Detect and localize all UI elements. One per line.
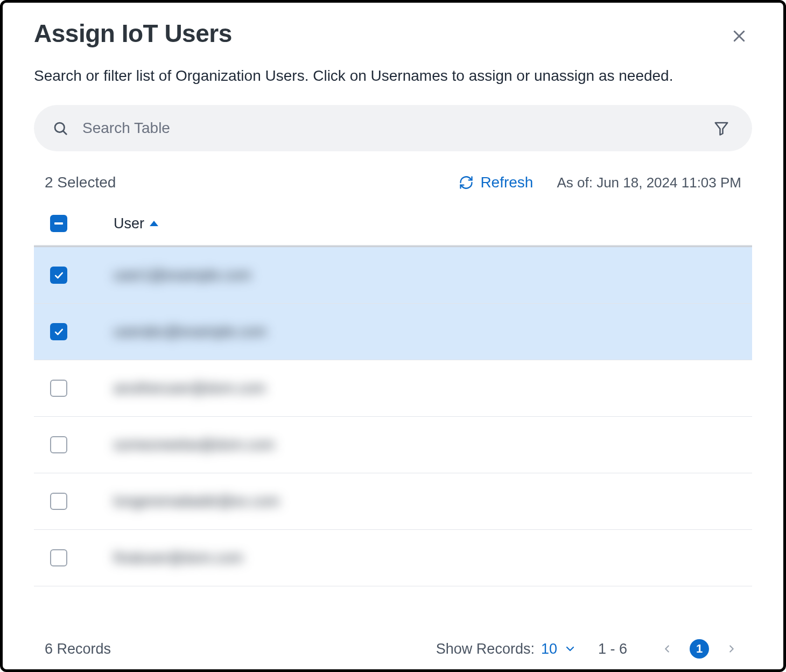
table-footer: 6 Records Show Records: 10 1 - 6 1 [34,623,752,669]
refresh-icon [459,175,474,190]
as-of-timestamp: As of: Jun 18, 2024 11:03 PM [557,174,741,191]
table-row[interactable]: userabc@example.com [34,304,752,360]
modal-title: Assign IoT Users [34,19,232,48]
table-row[interactable]: user1@example.com [34,247,752,304]
chevron-down-icon [564,642,577,655]
sort-asc-icon [150,221,158,226]
column-header-user[interactable]: User [114,215,158,232]
user-cell: anotheruser@dom.com [114,380,266,397]
close-button[interactable] [726,23,752,49]
column-header-user-label: User [114,215,144,232]
svg-marker-4 [715,123,728,135]
row-checkbox[interactable] [50,380,67,397]
row-checkbox[interactable] [50,267,67,284]
pagination: 1 [657,639,741,659]
user-cell: longeremailaddr@ex.com [114,493,279,510]
row-checkbox[interactable] [50,493,67,510]
chevron-right-icon [726,643,738,655]
table-body: user1@example.comuserabc@example.comanot… [34,247,752,586]
page-range: 1 - 6 [598,641,627,657]
user-cell: finaluser@dom.com [114,550,243,566]
search-icon [52,120,68,136]
user-cell: userabc@example.com [114,324,266,340]
user-cell: user1@example.com [114,267,251,284]
modal-subtitle: Search or filter list of Organization Us… [34,67,752,85]
current-page-number: 1 [696,642,703,656]
chevron-left-icon [661,643,673,655]
row-checkbox[interactable] [50,436,67,453]
show-records-value: 10 [541,641,557,657]
row-checkbox[interactable] [50,323,67,340]
show-records-select[interactable]: 10 [541,641,557,657]
search-input[interactable] [82,120,713,137]
current-page-badge[interactable]: 1 [690,639,709,659]
select-all-checkbox[interactable] [50,215,67,232]
selected-count: 2 Selected [45,174,116,191]
user-cell: someoneelse@dom.com [114,437,275,453]
next-page-button[interactable] [722,639,741,659]
filter-button[interactable] [713,120,729,136]
refresh-label: Refresh [480,174,533,191]
close-icon [731,28,747,44]
prev-page-button[interactable] [657,639,677,659]
table-header-row: User [34,215,752,246]
search-bar [34,105,752,151]
table-row[interactable]: longeremailaddr@ex.com [34,473,752,530]
filter-icon [713,120,729,136]
records-count: 6 Records [45,641,111,657]
svg-line-3 [63,131,66,134]
show-records-label: Show Records: [436,641,535,657]
table-row[interactable]: anotheruser@dom.com [34,360,752,417]
table-row[interactable]: finaluser@dom.com [34,530,752,586]
assign-users-modal: Assign IoT Users Search or filter list o… [3,3,783,669]
row-checkbox[interactable] [50,549,67,566]
refresh-button[interactable]: Refresh [459,174,533,191]
table-row[interactable]: someoneelse@dom.com [34,417,752,473]
